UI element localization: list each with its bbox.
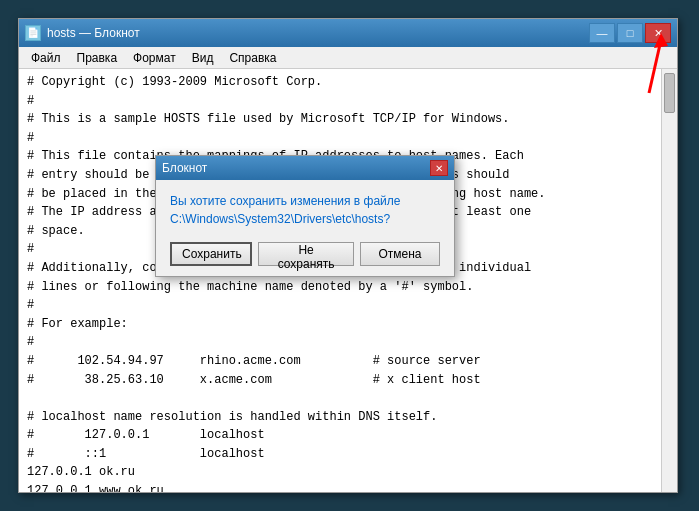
dialog-backdrop: Блокнот ✕ Вы хотите сохранить изменения … bbox=[0, 0, 699, 511]
save-button[interactable]: Сохранить bbox=[170, 242, 252, 266]
dialog-message-line2: C:\Windows\System32\Drivers\etc\hosts? bbox=[170, 212, 390, 226]
dont-save-button[interactable]: Не сохранять bbox=[258, 242, 354, 266]
dialog-title-bar: Блокнот ✕ bbox=[156, 156, 454, 180]
cancel-button[interactable]: Отмена bbox=[360, 242, 440, 266]
dialog-body: Вы хотите сохранить изменения в файле C:… bbox=[156, 180, 454, 276]
save-dialog: Блокнот ✕ Вы хотите сохранить изменения … bbox=[155, 155, 455, 277]
dialog-close-button[interactable]: ✕ bbox=[430, 160, 448, 176]
dialog-title: Блокнот bbox=[162, 161, 207, 175]
dialog-message-line1: Вы хотите сохранить изменения в файле bbox=[170, 194, 400, 208]
dialog-message: Вы хотите сохранить изменения в файле C:… bbox=[170, 192, 440, 228]
dialog-buttons: Сохранить Не сохранять Отмена bbox=[170, 242, 440, 266]
